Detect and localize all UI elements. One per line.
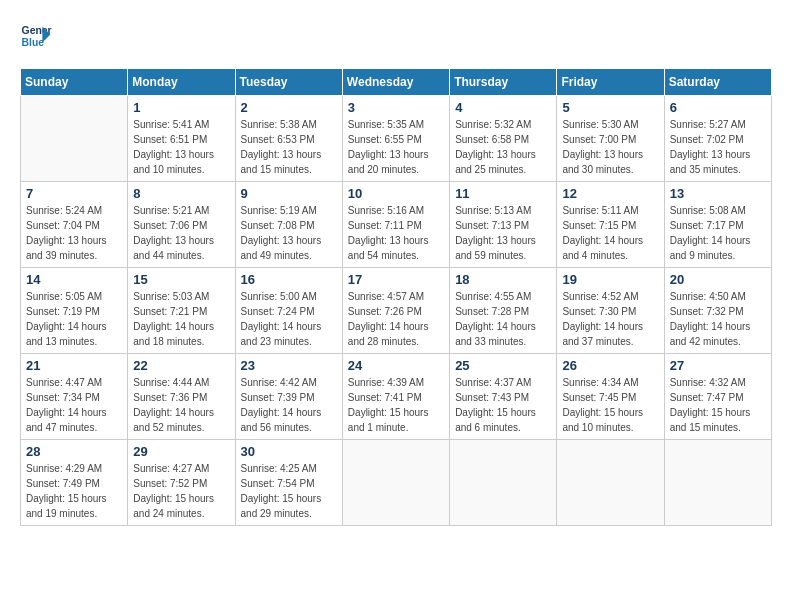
day-number: 30 xyxy=(241,444,337,459)
calendar-day-cell: 21Sunrise: 4:47 AMSunset: 7:34 PMDayligh… xyxy=(21,354,128,440)
day-number: 18 xyxy=(455,272,551,287)
day-info: Sunrise: 4:44 AMSunset: 7:36 PMDaylight:… xyxy=(133,375,229,435)
day-number: 12 xyxy=(562,186,658,201)
calendar-day-cell: 26Sunrise: 4:34 AMSunset: 7:45 PMDayligh… xyxy=(557,354,664,440)
day-info: Sunrise: 5:08 AMSunset: 7:17 PMDaylight:… xyxy=(670,203,766,263)
day-info: Sunrise: 5:27 AMSunset: 7:02 PMDaylight:… xyxy=(670,117,766,177)
calendar-day-cell: 23Sunrise: 4:42 AMSunset: 7:39 PMDayligh… xyxy=(235,354,342,440)
calendar-day-cell: 7Sunrise: 5:24 AMSunset: 7:04 PMDaylight… xyxy=(21,182,128,268)
calendar-day-cell: 16Sunrise: 5:00 AMSunset: 7:24 PMDayligh… xyxy=(235,268,342,354)
calendar-day-cell: 29Sunrise: 4:27 AMSunset: 7:52 PMDayligh… xyxy=(128,440,235,526)
weekday-header: Friday xyxy=(557,69,664,96)
day-info: Sunrise: 4:47 AMSunset: 7:34 PMDaylight:… xyxy=(26,375,122,435)
day-info: Sunrise: 4:42 AMSunset: 7:39 PMDaylight:… xyxy=(241,375,337,435)
weekday-header: Saturday xyxy=(664,69,771,96)
day-info: Sunrise: 4:32 AMSunset: 7:47 PMDaylight:… xyxy=(670,375,766,435)
day-info: Sunrise: 5:30 AMSunset: 7:00 PMDaylight:… xyxy=(562,117,658,177)
day-number: 13 xyxy=(670,186,766,201)
calendar-day-cell: 9Sunrise: 5:19 AMSunset: 7:08 PMDaylight… xyxy=(235,182,342,268)
calendar-day-cell xyxy=(664,440,771,526)
day-number: 23 xyxy=(241,358,337,373)
calendar-day-cell: 1Sunrise: 5:41 AMSunset: 6:51 PMDaylight… xyxy=(128,96,235,182)
day-info: Sunrise: 5:11 AMSunset: 7:15 PMDaylight:… xyxy=(562,203,658,263)
calendar-week-row: 21Sunrise: 4:47 AMSunset: 7:34 PMDayligh… xyxy=(21,354,772,440)
weekday-header-row: SundayMondayTuesdayWednesdayThursdayFrid… xyxy=(21,69,772,96)
calendar-day-cell: 14Sunrise: 5:05 AMSunset: 7:19 PMDayligh… xyxy=(21,268,128,354)
calendar-day-cell: 18Sunrise: 4:55 AMSunset: 7:28 PMDayligh… xyxy=(450,268,557,354)
calendar-week-row: 14Sunrise: 5:05 AMSunset: 7:19 PMDayligh… xyxy=(21,268,772,354)
day-info: Sunrise: 5:00 AMSunset: 7:24 PMDaylight:… xyxy=(241,289,337,349)
day-number: 27 xyxy=(670,358,766,373)
day-info: Sunrise: 5:19 AMSunset: 7:08 PMDaylight:… xyxy=(241,203,337,263)
day-info: Sunrise: 4:57 AMSunset: 7:26 PMDaylight:… xyxy=(348,289,444,349)
calendar-day-cell: 22Sunrise: 4:44 AMSunset: 7:36 PMDayligh… xyxy=(128,354,235,440)
calendar-day-cell xyxy=(450,440,557,526)
day-number: 20 xyxy=(670,272,766,287)
calendar-day-cell: 5Sunrise: 5:30 AMSunset: 7:00 PMDaylight… xyxy=(557,96,664,182)
day-info: Sunrise: 4:29 AMSunset: 7:49 PMDaylight:… xyxy=(26,461,122,521)
calendar-table: SundayMondayTuesdayWednesdayThursdayFrid… xyxy=(20,68,772,526)
day-number: 26 xyxy=(562,358,658,373)
day-info: Sunrise: 4:25 AMSunset: 7:54 PMDaylight:… xyxy=(241,461,337,521)
day-info: Sunrise: 4:39 AMSunset: 7:41 PMDaylight:… xyxy=(348,375,444,435)
day-info: Sunrise: 4:27 AMSunset: 7:52 PMDaylight:… xyxy=(133,461,229,521)
day-number: 17 xyxy=(348,272,444,287)
page-header: General Blue xyxy=(20,20,772,52)
weekday-header: Sunday xyxy=(21,69,128,96)
calendar-day-cell: 27Sunrise: 4:32 AMSunset: 7:47 PMDayligh… xyxy=(664,354,771,440)
day-info: Sunrise: 5:13 AMSunset: 7:13 PMDaylight:… xyxy=(455,203,551,263)
calendar-day-cell: 3Sunrise: 5:35 AMSunset: 6:55 PMDaylight… xyxy=(342,96,449,182)
calendar-week-row: 7Sunrise: 5:24 AMSunset: 7:04 PMDaylight… xyxy=(21,182,772,268)
day-info: Sunrise: 5:38 AMSunset: 6:53 PMDaylight:… xyxy=(241,117,337,177)
calendar-day-cell: 19Sunrise: 4:52 AMSunset: 7:30 PMDayligh… xyxy=(557,268,664,354)
calendar-day-cell: 20Sunrise: 4:50 AMSunset: 7:32 PMDayligh… xyxy=(664,268,771,354)
logo-icon: General Blue xyxy=(20,20,52,52)
day-number: 14 xyxy=(26,272,122,287)
calendar-week-row: 1Sunrise: 5:41 AMSunset: 6:51 PMDaylight… xyxy=(21,96,772,182)
day-number: 19 xyxy=(562,272,658,287)
day-number: 1 xyxy=(133,100,229,115)
day-number: 6 xyxy=(670,100,766,115)
day-info: Sunrise: 4:37 AMSunset: 7:43 PMDaylight:… xyxy=(455,375,551,435)
day-info: Sunrise: 5:16 AMSunset: 7:11 PMDaylight:… xyxy=(348,203,444,263)
day-info: Sunrise: 5:24 AMSunset: 7:04 PMDaylight:… xyxy=(26,203,122,263)
calendar-day-cell: 2Sunrise: 5:38 AMSunset: 6:53 PMDaylight… xyxy=(235,96,342,182)
day-info: Sunrise: 4:50 AMSunset: 7:32 PMDaylight:… xyxy=(670,289,766,349)
day-number: 24 xyxy=(348,358,444,373)
calendar-day-cell: 24Sunrise: 4:39 AMSunset: 7:41 PMDayligh… xyxy=(342,354,449,440)
calendar-day-cell: 30Sunrise: 4:25 AMSunset: 7:54 PMDayligh… xyxy=(235,440,342,526)
day-number: 5 xyxy=(562,100,658,115)
day-number: 3 xyxy=(348,100,444,115)
day-number: 15 xyxy=(133,272,229,287)
day-info: Sunrise: 4:52 AMSunset: 7:30 PMDaylight:… xyxy=(562,289,658,349)
day-number: 16 xyxy=(241,272,337,287)
logo: General Blue xyxy=(20,20,52,52)
calendar-day-cell: 10Sunrise: 5:16 AMSunset: 7:11 PMDayligh… xyxy=(342,182,449,268)
day-number: 22 xyxy=(133,358,229,373)
day-number: 11 xyxy=(455,186,551,201)
calendar-day-cell: 15Sunrise: 5:03 AMSunset: 7:21 PMDayligh… xyxy=(128,268,235,354)
weekday-header: Thursday xyxy=(450,69,557,96)
calendar-day-cell: 28Sunrise: 4:29 AMSunset: 7:49 PMDayligh… xyxy=(21,440,128,526)
calendar-day-cell: 11Sunrise: 5:13 AMSunset: 7:13 PMDayligh… xyxy=(450,182,557,268)
calendar-day-cell: 13Sunrise: 5:08 AMSunset: 7:17 PMDayligh… xyxy=(664,182,771,268)
day-number: 8 xyxy=(133,186,229,201)
weekday-header: Wednesday xyxy=(342,69,449,96)
calendar-day-cell: 4Sunrise: 5:32 AMSunset: 6:58 PMDaylight… xyxy=(450,96,557,182)
day-number: 21 xyxy=(26,358,122,373)
day-info: Sunrise: 5:35 AMSunset: 6:55 PMDaylight:… xyxy=(348,117,444,177)
day-number: 29 xyxy=(133,444,229,459)
calendar-day-cell: 8Sunrise: 5:21 AMSunset: 7:06 PMDaylight… xyxy=(128,182,235,268)
day-number: 28 xyxy=(26,444,122,459)
day-number: 7 xyxy=(26,186,122,201)
calendar-day-cell xyxy=(342,440,449,526)
day-info: Sunrise: 4:55 AMSunset: 7:28 PMDaylight:… xyxy=(455,289,551,349)
day-info: Sunrise: 5:32 AMSunset: 6:58 PMDaylight:… xyxy=(455,117,551,177)
calendar-day-cell xyxy=(21,96,128,182)
day-info: Sunrise: 4:34 AMSunset: 7:45 PMDaylight:… xyxy=(562,375,658,435)
day-number: 4 xyxy=(455,100,551,115)
day-number: 9 xyxy=(241,186,337,201)
weekday-header: Tuesday xyxy=(235,69,342,96)
calendar-week-row: 28Sunrise: 4:29 AMSunset: 7:49 PMDayligh… xyxy=(21,440,772,526)
weekday-header: Monday xyxy=(128,69,235,96)
